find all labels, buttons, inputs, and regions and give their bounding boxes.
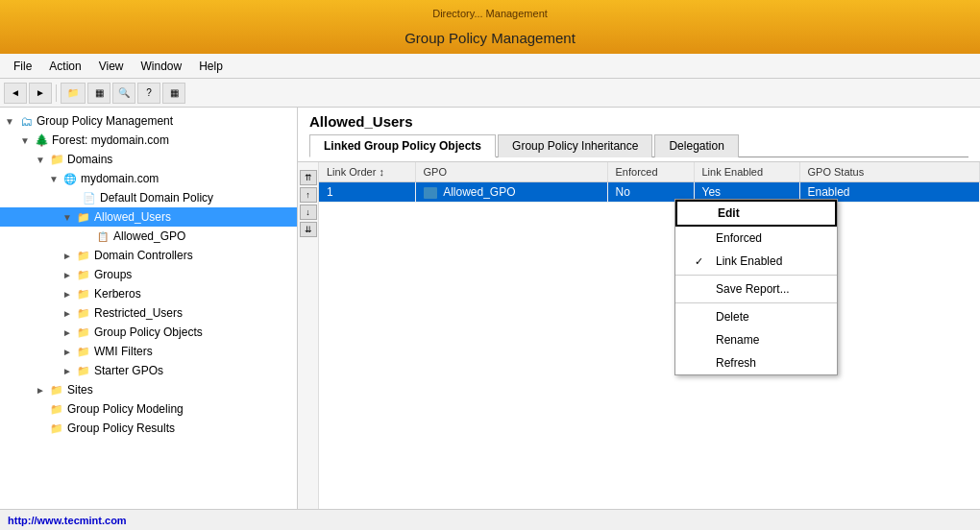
allowed-gpo-icon: 📋	[94, 229, 111, 244]
context-menu-delete[interactable]: Delete	[675, 305, 837, 328]
tab-delegation[interactable]: Delegation	[654, 134, 738, 157]
panel-title: Allowed_Users	[309, 113, 968, 130]
tree-item-domain-controllers[interactable]: ► 📁 Domain Controllers	[0, 246, 297, 265]
col-link-enabled[interactable]: Link Enabled	[694, 162, 799, 182]
right-header: Allowed_Users Linked Group Policy Object…	[298, 108, 980, 162]
label-domains: Domains	[65, 153, 112, 166]
wmi-icon: 📁	[75, 344, 92, 359]
sites-icon: 📁	[48, 382, 65, 398]
toolbar-help[interactable]: ?	[137, 83, 160, 104]
forward-icon: ►	[36, 87, 45, 98]
menu-view[interactable]: View	[91, 57, 132, 76]
tree-item-gp-modeling[interactable]: 📁 Group Policy Modeling	[0, 399, 297, 419]
expander-restricted[interactable]: ►	[60, 308, 75, 319]
toolbar: ◄ ► 📁 ▦ 🔍 ? ▦	[0, 79, 980, 108]
expander-mydomain[interactable]: ▼	[46, 174, 61, 184]
move-up-btn[interactable]: ↑	[300, 187, 317, 203]
label-allowed-gpo: Allowed_GPO	[111, 229, 185, 243]
tree-item-allowed-gpo[interactable]: 📋 Allowed_GPO	[0, 227, 297, 246]
context-menu-edit[interactable]: Edit	[675, 200, 837, 227]
expander-allowed-users[interactable]: ▼	[60, 212, 75, 223]
move-top-btn[interactable]: ⇈	[300, 170, 317, 185]
grid-icon: ▦	[95, 87, 104, 98]
move-down-btn[interactable]: ↓	[300, 205, 317, 220]
context-menu-save-report[interactable]: Save Report...	[675, 277, 837, 301]
context-menu-rename[interactable]: Rename	[675, 328, 837, 351]
label-groups: Groups	[92, 268, 132, 281]
title-bar: Directory... Management Group Policy Man…	[0, 0, 980, 54]
dc-icon: 📁	[75, 248, 92, 263]
toolbar-new[interactable]: 📁	[61, 83, 86, 104]
allowed-users-icon: 📁	[75, 209, 92, 225]
tree-item-kerberos[interactable]: ► 📁 Kerberos	[0, 284, 297, 303]
expander-domains[interactable]: ▼	[33, 155, 48, 165]
view-icon: ▦	[170, 87, 179, 98]
tree-item-mydomain[interactable]: ▼ 🌐 mydomain.com	[0, 169, 297, 188]
side-arrows: ⇈ ↑ ↓ ⇊	[298, 162, 319, 509]
col-gpo[interactable]: GPO	[415, 162, 607, 182]
menu-action[interactable]: Action	[41, 57, 88, 76]
tree-item-gpo-objects[interactable]: ► 📁 Group Policy Objects	[0, 323, 297, 342]
label-results: Group Policy Results	[65, 422, 175, 435]
label-allowed-users: Allowed_Users	[92, 210, 171, 224]
tree-item-sites[interactable]: ► 📁 Sites	[0, 380, 297, 399]
context-menu-refresh[interactable]: Refresh	[675, 351, 837, 374]
tab-linked-gpo[interactable]: Linked Group Policy Objects	[309, 134, 496, 157]
context-menu-sep-2	[675, 302, 837, 303]
main-layout: ▼ 🗂 Group Policy Management ▼ 🌲 Forest: …	[0, 108, 980, 509]
table-area[interactable]: Link Order ↕ GPO Enforced Link Enabled	[319, 162, 980, 509]
expander-starter[interactable]: ►	[60, 366, 75, 376]
gpo-icon	[424, 187, 437, 199]
col-enforced[interactable]: Enforced	[607, 162, 694, 182]
search-icon: 🔍	[118, 87, 130, 98]
tree-item-domains[interactable]: ▼ 📁 Domains	[0, 150, 297, 169]
toolbar-back[interactable]: ◄	[4, 83, 27, 104]
tree-item-restricted-users[interactable]: ► 📁 Restricted_Users	[0, 303, 297, 323]
tree-item-gp-results[interactable]: 📁 Group Policy Results	[0, 419, 297, 438]
tree-item-wmi-filters[interactable]: ► 📁 WMI Filters	[0, 342, 297, 361]
modeling-icon: 📁	[48, 401, 65, 417]
expander-groups[interactable]: ►	[60, 270, 75, 280]
expander-gpm[interactable]: ▼	[2, 116, 17, 127]
expander-sites[interactable]: ►	[33, 385, 48, 396]
toolbar-grid[interactable]: ▦	[87, 83, 110, 104]
expander-kerberos[interactable]: ►	[60, 289, 75, 300]
cell-gpo: Allowed_GPO	[415, 182, 607, 203]
tree-item-starter-gpos[interactable]: ► 📁 Starter GPOs	[0, 361, 297, 380]
toolbar-view[interactable]: ▦	[162, 83, 185, 104]
tree-item-groups[interactable]: ► 📁 Groups	[0, 265, 297, 284]
toolbar-sep-1	[56, 84, 57, 102]
tab-gp-inheritance[interactable]: Group Policy Inheritance	[498, 134, 652, 157]
gpo-objects-icon: 📁	[75, 325, 92, 340]
expander-wmi[interactable]: ►	[60, 347, 75, 357]
expander-forest[interactable]: ▼	[17, 135, 33, 146]
context-menu-enforced[interactable]: Enforced	[675, 227, 837, 250]
col-link-order[interactable]: Link Order ↕	[319, 162, 415, 182]
expander-gpo-objects[interactable]: ►	[60, 327, 75, 338]
label-sites: Sites	[65, 383, 93, 397]
tree-item-gpm-root[interactable]: ▼ 🗂 Group Policy Management	[0, 111, 297, 131]
back-icon: ◄	[11, 87, 20, 98]
tree-item-default-domain-policy[interactable]: 📄 Default Domain Policy	[0, 188, 297, 207]
groups-icon: 📁	[75, 267, 92, 282]
context-menu-link-enabled[interactable]: ✓ Link Enabled	[675, 250, 837, 273]
status-url: http://www.tecmint.com	[8, 515, 127, 526]
restricted-icon: 📁	[75, 305, 92, 321]
move-bottom-btn[interactable]: ⇊	[300, 222, 317, 237]
tree-panel[interactable]: ▼ 🗂 Group Policy Management ▼ 🌲 Forest: …	[0, 108, 298, 509]
expander-dc[interactable]: ►	[60, 251, 75, 261]
tree-item-forest[interactable]: ▼ 🌲 Forest: mydomain.com	[0, 131, 297, 150]
toolbar-search[interactable]: 🔍	[112, 83, 135, 104]
main-title: Group Policy Management	[404, 30, 576, 46]
linked-gpo-table: Link Order ↕ GPO Enforced Link Enabled	[319, 162, 980, 203]
menu-file[interactable]: File	[6, 57, 39, 76]
label-mydomain: mydomain.com	[79, 172, 159, 185]
label-modeling: Group Policy Modeling	[65, 402, 184, 416]
link-enabled-check: ✓	[695, 255, 708, 268]
col-gpo-status[interactable]: GPO Status	[799, 162, 980, 182]
toolbar-forward[interactable]: ►	[29, 83, 52, 104]
tree-item-allowed-users[interactable]: ▼ 📁 Allowed_Users	[0, 207, 297, 227]
menu-window[interactable]: Window	[134, 57, 190, 76]
menu-help[interactable]: Help	[191, 57, 231, 76]
table-row[interactable]: 1 Allowed_GPO No Yes Enabled	[319, 182, 980, 203]
